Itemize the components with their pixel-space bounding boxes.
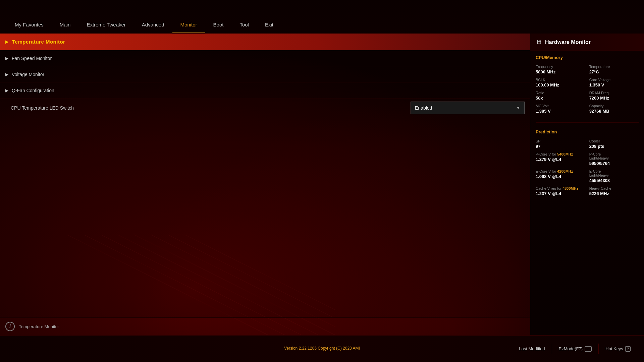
bclk-value: 100.00 MHz [536,82,585,87]
hw-col-frequency: Frequency 5800 MHz [536,65,585,74]
temperature-label: Temperature [589,65,639,69]
dram-label: DRAM Freq. [589,91,639,95]
hw-row-ratio-dram: Ratio 58x DRAM Freq. 7200 MHz [536,91,639,101]
hw-col-ratio: Ratio 58x [536,91,585,101]
filler-area [0,117,530,317]
cpu-temp-led-dropdown[interactable]: Enabled ▼ [411,102,525,114]
hw-col-heavy-cache: Heavy Cache 5226 MHz [589,186,639,196]
fan-monitor-label: Fan Speed Monitor [12,56,52,61]
mcvolt-value: 1.385 V [536,109,585,114]
ecore-lh-label: E-CoreLight/Heavy [589,169,639,177]
section-title-temp-monitor: Temperature Monitor [12,39,65,45]
ezmode-label: EzMode(F7) [559,346,583,351]
hw-row-bclk-corevolt: BCLK 100.00 MHz Core Voltage 1.350 V [536,78,639,87]
hw-col-pcore-v: P-Core V for 5400MHz 1.279 V @L4 [536,152,585,166]
hw-col-temperature: Temperature 27°C [589,65,639,74]
mcvolt-label: MC Volt. [536,104,585,108]
hw-monitor-header: 🖥 Hardware Monitor [530,34,644,51]
dropdown-value: Enabled [415,105,432,111]
ezmode-key-icon: → [585,346,592,352]
hw-row-sp-cooler: SP 97 Cooler 208 pts [536,139,639,149]
heavy-cache-label: Heavy Cache [589,186,639,190]
nav-item-tweaker[interactable]: Extreme Tweaker [78,16,133,33]
cooler-value: 208 pts [589,144,639,149]
qfan-arrow-icon: ▶ [5,88,8,93]
qfan-config-label: Q-Fan Configuration [12,88,54,93]
corevolt-label: Core Voltage [589,78,639,82]
heavy-cache-value: 5226 MHz [589,191,639,196]
dram-value: 7200 MHz [589,96,639,101]
voltage-arrow-icon: ▶ [5,72,8,77]
hw-col-capacity: Capacity 32768 MB [589,104,639,114]
ratio-value: 58x [536,96,585,101]
hotkeys-label: Hot Keys [605,346,623,351]
hw-divider-1 [536,122,639,123]
pcore-v-value: 1.279 V @L4 [536,157,585,162]
ezmode-button[interactable]: EzMode(F7) → [552,344,599,354]
hw-col-pcore-lh: P-CoreLight/Heavy 5950/5764 [589,152,639,166]
pcore-v-label: P-Core V for 5400MHz [536,152,585,156]
nav-item-tool[interactable]: Tool [231,16,257,33]
capacity-value: 32768 MB [589,109,639,114]
cpu-temp-led-label: CPU Temperature LED Switch [11,105,411,111]
menu-container: ▶ Fan Speed Monitor ▶ Voltage Monitor ▶ … [0,50,530,117]
info-text: Temperature Monitor [19,324,59,329]
hw-section-cpu-memory: CPU/Memory Frequency 5800 MHz Temperatur… [530,51,644,120]
hw-col-cooler: Cooler 208 pts [589,139,639,149]
selected-section-header[interactable]: ▶ Temperature Monitor [0,34,530,50]
hw-row-ecore-v: E-Core V for 4200MHz 1.098 V @L4 E-CoreL… [536,169,639,183]
hotkeys-key-icon: ? [625,346,631,352]
hw-monitor-title: Hardware Monitor [545,39,591,45]
ecore-lh-value: 4555/4308 [589,178,639,183]
content-panel: ▶ Temperature Monitor ▶ Fan Speed Monito… [0,34,530,335]
sp-value: 97 [536,144,585,149]
bclk-label: BCLK [536,78,585,82]
last-modified-button[interactable]: Last Modified [512,344,552,354]
fan-arrow-icon: ▶ [5,56,8,61]
footer: Version 2.22.1286 Copyright (C) 2023 AMI… [0,335,644,362]
hw-row-freq-temp: Frequency 5800 MHz Temperature 27°C [536,65,639,74]
sp-label: SP [536,139,585,143]
hotkeys-button[interactable]: Hot Keys ? [599,344,637,354]
version-text: Version 2.22.1286 Copyright (C) 2023 AMI [284,346,360,351]
cache-v-value: 1.237 V @L4 [536,191,585,196]
hw-section-cpu-title: CPU/Memory [536,55,639,61]
ratio-label: Ratio [536,91,585,95]
footer-buttons: Last Modified EzMode(F7) → Hot Keys ? [512,344,637,354]
pcore-lh-value: 5950/5764 [589,161,639,166]
hw-col-mcvolt: MC Volt. 1.385 V [536,104,585,114]
nav-item-monitor[interactable]: Monitor [172,16,205,33]
capacity-label: Capacity [589,104,639,108]
nav-item-boot[interactable]: Boot [205,16,232,33]
cache-v-label: Cache V req for 4800MHz [536,186,585,190]
hw-col-bclk: BCLK 100.00 MHz [536,78,585,87]
menu-item-fan-monitor[interactable]: ▶ Fan Speed Monitor [0,50,530,66]
info-circle-icon: i [5,322,15,331]
hw-col-ecore-v: E-Core V for 4200MHz 1.098 V @L4 [536,169,585,183]
hw-row-pcore-v: P-Core V for 5400MHz 1.279 V @L4 P-CoreL… [536,152,639,166]
frequency-label: Frequency [536,65,585,69]
nav-item-favorites[interactable]: My Favorites [7,16,52,33]
temperature-value: 27°C [589,69,639,74]
nav-item-main[interactable]: Main [52,16,79,33]
cooler-label: Cooler [589,139,639,143]
menu-item-voltage-monitor[interactable]: ▶ Voltage Monitor [0,66,530,82]
voltage-monitor-label: Voltage Monitor [12,72,44,77]
section-expand-arrow: ▶ [5,39,9,44]
hw-row-mcvolt-capacity: MC Volt. 1.385 V Capacity 32768 MB [536,104,639,114]
menu-list: ▶ Fan Speed Monitor ▶ Voltage Monitor ▶ … [0,50,530,117]
pcore-lh-label: P-CoreLight/Heavy [589,152,639,160]
dropdown-chevron-icon: ▼ [516,106,520,110]
last-modified-label: Last Modified [519,346,545,351]
monitor-screen-icon: 🖥 [536,39,542,46]
menu-item-qfan-config[interactable]: ▶ Q-Fan Configuration [0,82,530,99]
hw-section-prediction: Prediction SP 97 Cooler 208 pts [530,125,644,202]
ecore-v-label: E-Core V for 4200MHz [536,169,585,173]
nav-item-advanced[interactable]: Advanced [134,16,172,33]
info-area: i Temperature Monitor [0,317,530,335]
nav-item-exit[interactable]: Exit [257,16,281,33]
corevolt-value: 1.350 V [589,82,639,87]
hw-monitor-panel: 🖥 Hardware Monitor CPU/Memory Frequency … [530,34,644,335]
cpu-temp-led-value: Enabled ▼ [411,102,525,114]
cpu-temp-led-row: CPU Temperature LED Switch Enabled ▼ [0,99,530,117]
